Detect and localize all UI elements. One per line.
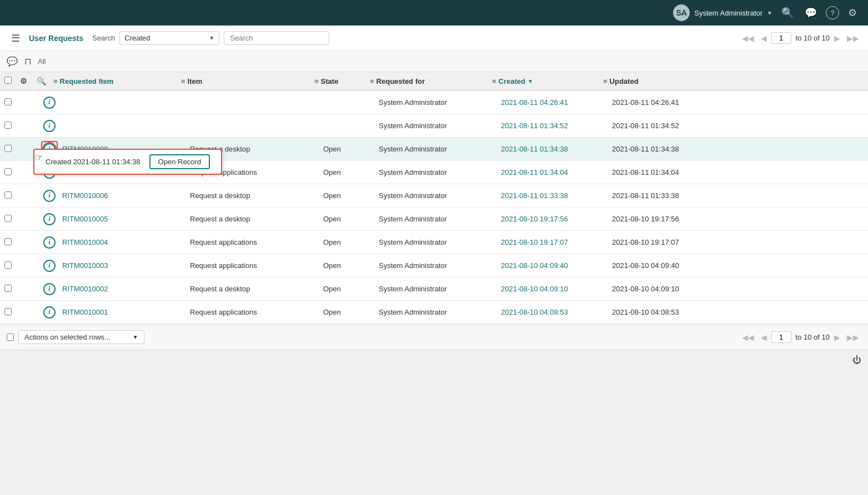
last-page-bottom-button[interactable]: ▶▶ <box>845 332 861 343</box>
settings-icon[interactable]: ⚙ <box>846 4 859 21</box>
gear-header-icon[interactable]: ⚙ <box>20 77 27 85</box>
requested-for-value: System Administrator <box>379 308 501 316</box>
requested-for-value: System Administrator <box>379 191 501 200</box>
updated-value: 2021-08-11 01:34:04 <box>612 168 868 176</box>
ritm-link[interactable]: RITM0010006 <box>62 191 190 200</box>
col-requested-for[interactable]: ≡ Requested for <box>370 77 492 85</box>
info-icon[interactable]: i <box>43 283 56 295</box>
chat-icon[interactable]: 💬 <box>802 4 819 21</box>
info-icon[interactable]: i <box>43 97 56 109</box>
select-all-bottom-checkbox[interactable] <box>7 334 14 341</box>
info-icon[interactable]: i <box>43 190 56 202</box>
ritm-link[interactable]: RITM0010003 <box>62 261 190 270</box>
total-pages-top: to 10 of 10 <box>796 34 830 42</box>
username: System Administrator <box>694 9 762 17</box>
requested-for-value: System Administrator <box>379 168 501 176</box>
hamburger-menu[interactable]: ☰ <box>7 30 24 47</box>
created-value: 2021-08-11 04:26:41 <box>501 98 612 107</box>
item-value: Request a desktop <box>190 215 323 223</box>
next-page-bottom-button[interactable]: ▶ <box>832 332 842 343</box>
col-created[interactable]: ≡ Created ▼ <box>492 77 603 85</box>
filter-icon[interactable]: ⊓ <box>24 56 31 67</box>
search-input[interactable] <box>224 31 329 45</box>
actions-label: Actions on selected rows... <box>24 333 111 341</box>
nav-title[interactable]: User Requests <box>29 34 83 43</box>
state-value: Open <box>323 168 379 176</box>
state-value: Open <box>323 215 379 223</box>
col-lines-icon: ≡ <box>53 77 58 85</box>
item-value: Request a desktop <box>190 285 323 293</box>
created-value: 2021-08-11 01:34:04 <box>501 168 612 176</box>
info-icon[interactable]: i <box>43 260 56 272</box>
col-updated[interactable]: ≡ Updated <box>603 77 868 85</box>
requested-for-value: System Administrator <box>379 145 501 153</box>
help-icon[interactable]: ? <box>826 6 839 19</box>
chat-toolbar-icon[interactable]: 💬 <box>7 56 18 67</box>
ritm-link[interactable]: RITM0010005 <box>62 215 190 223</box>
created-value: 2021-08-10 19:17:07 <box>501 238 612 246</box>
requested-for-value: System Administrator <box>379 122 501 130</box>
col-state[interactable]: ≡ State <box>314 77 370 85</box>
prev-page-bottom-button[interactable]: ◀ <box>759 332 769 343</box>
state-value: Open <box>323 145 379 153</box>
first-page-bottom-button[interactable]: ◀◀ <box>740 332 756 343</box>
col-lines-icon: ≡ <box>181 77 185 85</box>
info-icon[interactable]: i <box>43 236 56 249</box>
row-checkbox[interactable] <box>4 168 12 175</box>
footer-icon[interactable]: ⏻ <box>852 355 861 365</box>
topbar: SA System Administrator ▼ 🔍 💬 ? ⚙ <box>0 0 868 26</box>
item-value: Request applications <box>190 308 323 316</box>
page-input-top[interactable] <box>771 32 791 44</box>
row-checkbox[interactable] <box>4 215 12 222</box>
ritm-link[interactable]: RITM0010002 <box>62 285 190 293</box>
info-icon[interactable]: i <box>43 306 56 319</box>
prev-page-button[interactable]: ◀ <box>759 33 769 44</box>
row-checkbox[interactable] <box>4 238 12 245</box>
total-pages-bottom: to 10 of 10 <box>796 333 830 341</box>
item-value: Request a desktop <box>190 191 323 200</box>
col-lines-icon: ≡ <box>370 77 374 85</box>
table-row: i RITM0010004 Request applications Open … <box>0 231 868 254</box>
user-menu[interactable]: SA System Administrator ▼ <box>673 4 772 21</box>
cursor-indicator: ☞ <box>34 151 43 164</box>
footer-bar: ⏻ <box>0 350 868 370</box>
search-header-icon[interactable]: 🔍 <box>37 77 46 85</box>
next-page-button[interactable]: ▶ <box>832 33 842 44</box>
state-value: Open <box>323 308 379 316</box>
filter-dropdown-value: Created <box>124 34 150 42</box>
state-value: Open <box>323 285 379 293</box>
info-icon[interactable]: i <box>43 213 56 225</box>
row-checkbox[interactable] <box>4 145 12 152</box>
col-requested-item[interactable]: ≡ Requested Item <box>53 77 181 85</box>
open-record-button[interactable]: Open Record <box>149 154 210 169</box>
bottom-toolbar: Actions on selected rows... ▼ ◀◀ ◀ to 10… <box>0 324 868 350</box>
filter-dropdown[interactable]: Created ▼ <box>119 31 219 45</box>
last-page-button[interactable]: ▶▶ <box>845 33 861 44</box>
actions-dropdown[interactable]: Actions on selected rows... ▼ <box>18 330 144 344</box>
item-value: Request applications <box>190 261 323 270</box>
item-value: Request applications <box>190 238 323 246</box>
select-all-checkbox[interactable] <box>0 77 20 85</box>
toolbar: 💬 ⊓ All <box>0 51 868 72</box>
first-page-button[interactable]: ◀◀ <box>740 33 756 44</box>
info-icon[interactable]: i <box>43 120 56 132</box>
col-item[interactable]: ≡ Item <box>181 77 314 85</box>
col-lines-icon: ≡ <box>314 77 319 85</box>
ritm-link[interactable]: RITM0010001 <box>62 308 190 316</box>
search-col-header: 🔍 <box>37 77 53 85</box>
search-icon[interactable]: 🔍 <box>779 4 796 21</box>
table-body: i System Administrator 2021-08-11 04:26:… <box>0 91 868 324</box>
ritm-link[interactable]: RITM0010004 <box>62 238 190 246</box>
row-checkbox[interactable] <box>4 261 12 269</box>
requested-for-value: System Administrator <box>379 215 501 223</box>
created-value: 2021-08-10 04:09:40 <box>501 261 612 270</box>
row-checkbox[interactable] <box>4 191 12 199</box>
created-value: 2021-08-11 01:34:38 <box>501 145 612 153</box>
page-input-bottom[interactable] <box>771 331 791 343</box>
row-checkbox[interactable] <box>4 98 12 105</box>
row-checkbox[interactable] <box>4 122 12 129</box>
table-row: i RITM0010006 Request a desktop Open Sys… <box>0 184 868 208</box>
row-checkbox[interactable] <box>4 285 12 292</box>
updated-value: 2021-08-11 04:26:41 <box>612 98 868 107</box>
row-checkbox[interactable] <box>4 308 12 315</box>
